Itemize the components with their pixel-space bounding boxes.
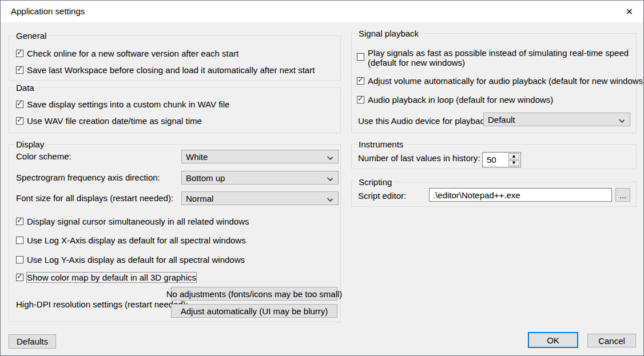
dropdown-value: Default — [488, 115, 515, 125]
dialog-title: Application settings — [11, 1, 85, 22]
checkbox-label: Use Log Y-Axis display as default for al… — [27, 255, 245, 265]
dropdown-value: Normal — [186, 194, 213, 203]
checkbox-label: Display signal cursor simultaneously in … — [27, 217, 249, 226]
browse-button[interactable]: ... — [615, 188, 630, 202]
checkbox-log-x-axis[interactable]: Use Log X-Axis display as default for al… — [16, 235, 246, 245]
checkbox-icon[interactable] — [16, 237, 23, 244]
scripting-group-label: Scripting — [356, 177, 394, 187]
color-scheme-dropdown[interactable]: White — [181, 150, 339, 163]
spin-up-icon[interactable]: ▲ — [508, 153, 519, 159]
signal-playback-group-label: Signal playback — [356, 29, 421, 38]
checkbox-label: Adjust volume automatically for audio pl… — [368, 76, 644, 86]
data-group: Data Save display settings into a custom… — [9, 87, 341, 133]
checkbox-icon[interactable] — [16, 117, 23, 125]
checkbox-save-display-settings[interactable]: Save display settings into a custom chun… — [16, 99, 229, 109]
history-count-spinner: ▲ ▼ — [482, 152, 521, 167]
checkbox-icon[interactable] — [16, 50, 23, 57]
checkbox-label: Check online for a new software version … — [27, 49, 238, 58]
color-scheme-label: Color scheme: — [16, 151, 71, 161]
checkbox-label: Play signals as fast as possible instead… — [368, 48, 629, 67]
dropdown-value: Bottom up — [186, 173, 225, 183]
checkbox-log-y-axis[interactable]: Use Log Y-Axis display as default for al… — [16, 255, 245, 265]
high-dpi-adjust-automatically-button[interactable]: Adjust automatically (UI may be blurry) — [171, 304, 337, 318]
checkbox-icon[interactable] — [16, 66, 23, 74]
ok-button[interactable]: OK — [528, 332, 578, 348]
general-group-label: General — [14, 31, 49, 41]
display-group-label: Display — [14, 139, 46, 149]
checkbox-icon[interactable] — [357, 96, 364, 103]
audio-device-dropdown[interactable]: Default — [483, 113, 630, 126]
data-group-label: Data — [14, 83, 37, 93]
checkbox-play-fast[interactable]: Play signals as fast as possible instead… — [357, 48, 629, 67]
checkbox-icon[interactable] — [357, 77, 364, 85]
application-settings-dialog: Application settings × General Check onl… — [0, 0, 644, 356]
font-size-label: Font size for all displays (restart need… — [16, 193, 173, 203]
checkbox-icon[interactable] — [357, 53, 364, 61]
signal-playback-group: Signal playback Play signals as fast as … — [351, 33, 637, 133]
spectrogram-axis-dropdown[interactable]: Bottom up — [181, 171, 339, 185]
high-dpi-label: High-DPI resolution settings (restart ne… — [16, 299, 188, 309]
spectrogram-axis-label: Spectrogram frequency axis direction: — [16, 173, 160, 182]
checkbox-adjust-volume[interactable]: Adjust volume automatically for audio pl… — [357, 76, 644, 86]
checkbox-check-online-version[interactable]: Check online for a new software version … — [16, 49, 238, 58]
checkbox-label-line1: Play signals as fast as possible instead… — [368, 48, 629, 58]
checkbox-label: Save display settings into a custom chun… — [27, 99, 229, 109]
spin-down-icon[interactable]: ▼ — [508, 160, 519, 166]
checkbox-label: Save last Workspace before closing and l… — [27, 65, 315, 75]
chevron-down-icon — [327, 196, 333, 202]
checkbox-label: Use WAV file creation date/time as signa… — [27, 116, 202, 126]
instruments-group-label: Instruments — [356, 139, 406, 149]
general-group: General Check online for a new software … — [9, 35, 341, 81]
checkbox-audio-loop[interactable]: Audio playback in loop (default for new … — [357, 95, 553, 105]
spinner-buttons: ▲ ▼ — [508, 153, 520, 167]
checkbox-icon[interactable] — [16, 274, 23, 281]
chevron-down-icon — [619, 117, 625, 123]
scripting-group: Scripting Script editor: ... — [351, 182, 637, 207]
defaults-button[interactable]: Defaults — [9, 334, 56, 349]
audio-device-label: Use this Audio device for playback: — [358, 116, 491, 126]
close-icon[interactable]: × — [617, 1, 642, 22]
checkbox-icon[interactable] — [16, 218, 23, 225]
script-editor-input[interactable] — [429, 188, 612, 202]
instruments-group: Instruments Number of last values in his… — [351, 144, 637, 169]
checkbox-signal-cursor[interactable]: Display signal cursor simultaneously in … — [16, 217, 249, 226]
cancel-button[interactable]: Cancel — [587, 334, 636, 347]
font-size-dropdown[interactable]: Normal — [181, 191, 339, 205]
chevron-down-icon — [327, 175, 333, 181]
checkbox-label: Audio playback in loop (default for new … — [368, 95, 553, 105]
script-editor-label: Script editor: — [358, 191, 406, 201]
checkbox-show-color-map[interactable]: Show color map by default in all 3D grap… — [16, 273, 196, 282]
chevron-down-icon — [327, 154, 333, 160]
checkbox-icon[interactable] — [16, 101, 23, 108]
checkbox-wav-creation-time[interactable]: Use WAV file creation date/time as signa… — [16, 116, 202, 126]
titlebar: Application settings × — [1, 1, 643, 22]
checkbox-label-line2: (default for new windows) — [368, 58, 629, 67]
display-group: Display Color scheme: White Spectrogram … — [9, 144, 341, 322]
dropdown-value: White — [186, 152, 208, 162]
checkbox-save-last-workspace[interactable]: Save last Workspace before closing and l… — [16, 65, 315, 75]
checkbox-label: Use Log X-Axis display as default for al… — [27, 235, 246, 245]
checkbox-icon[interactable] — [16, 256, 23, 263]
checkbox-label: Show color map by default in all 3D grap… — [27, 273, 196, 282]
history-count-label: Number of last values in history: — [358, 153, 480, 163]
high-dpi-no-adjustments-button[interactable]: No adjustments (fonts/icons may be too s… — [171, 287, 337, 301]
history-count-input[interactable] — [483, 153, 508, 167]
